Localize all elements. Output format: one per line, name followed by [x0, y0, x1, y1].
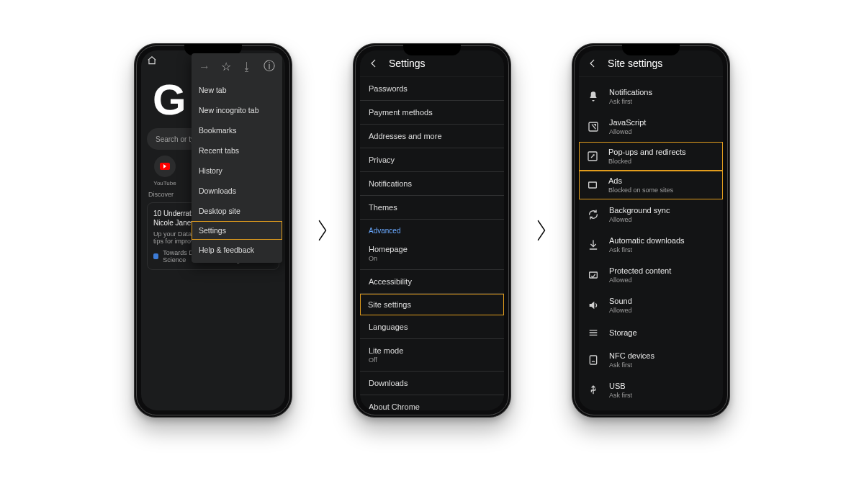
site-settings-list: NotificationsAsk firstJavaScriptAllowedP… [579, 77, 723, 410]
settings-item-themes[interactable]: Themes [360, 196, 504, 220]
settings-item-sub: On [369, 255, 495, 262]
site-setting-sub: Allowed [609, 307, 714, 314]
back-icon[interactable] [369, 58, 379, 68]
settings-item-downloads[interactable]: Downloads [360, 372, 504, 395]
overflow-menu: → ☆ ⭳ ⓘ New tabNew incognito tabBookmark… [192, 53, 282, 263]
site-setting-label: USB [609, 382, 714, 390]
site-setting-label: Pop-ups and redirects [608, 148, 715, 156]
settings-item-privacy[interactable]: Privacy [360, 148, 504, 172]
settings-item-lite-mode[interactable]: Lite modeOff [360, 339, 504, 372]
site-setting-label: JavaScript [609, 118, 714, 127]
settings-item-passwords[interactable]: Passwords [360, 77, 504, 101]
forward-icon[interactable]: → [199, 60, 210, 73]
sync-icon [588, 209, 599, 220]
settings-item-notifications[interactable]: Notifications [360, 172, 504, 196]
nfc-icon [588, 354, 599, 366]
settings-title: Settings [389, 58, 426, 69]
site-setting-sub: Ask first [609, 98, 714, 105]
site-setting-sub: Ask first [609, 392, 714, 399]
download-icon [588, 239, 599, 251]
source-icon [153, 253, 158, 259]
site-settings-title: Site settings [608, 58, 662, 69]
settings-screen: Settings PasswordsPayment methodsAddress… [360, 50, 504, 410]
bell-icon [588, 91, 599, 102]
site-setting-label: Sound [609, 297, 714, 305]
site-setting-sub: Ask first [609, 361, 714, 369]
settings-item-payment-methods[interactable]: Payment methods [360, 101, 504, 125]
menu-item-help-feedback[interactable]: Help & feedback [192, 240, 282, 260]
site-setting-notifications[interactable]: NotificationsAsk first [579, 81, 723, 112]
tile-youtube-label: YouTube [147, 180, 183, 186]
site-setting-sub: Blocked [608, 158, 715, 165]
site-setting-sub: Allowed [609, 216, 714, 223]
phone-notch [622, 44, 680, 55]
phone-frame-1: G Search or type w YouTube Fac Discover [134, 43, 292, 418]
site-setting-sub: Allowed [609, 276, 714, 284]
usb-icon [588, 384, 599, 396]
settings-item-site-settings[interactable]: Site settings [360, 294, 504, 315]
tile-youtube[interactable]: YouTube [147, 156, 183, 186]
menu-item-new-incognito-tab[interactable]: New incognito tab [192, 100, 282, 120]
storage-icon [588, 327, 599, 338]
settings-item-about-chrome[interactable]: About Chrome [360, 395, 504, 410]
settings-item-accessibility[interactable]: Accessibility [360, 270, 504, 294]
protected-icon [588, 269, 599, 281]
menu-item-recent-tabs[interactable]: Recent tabs [192, 140, 282, 161]
settings-list: PasswordsPayment methodsAddresses and mo… [360, 77, 504, 410]
sound-icon [588, 300, 599, 311]
settings-item-addresses-and-more[interactable]: Addresses and more [360, 125, 504, 148]
site-setting-sub: Blocked on some sites [608, 186, 715, 194]
site-setting-pop-ups-and-redirects[interactable]: Pop-ups and redirectsBlocked [579, 142, 723, 171]
site-setting-usb[interactable]: USBAsk first [579, 375, 723, 405]
site-setting-ads[interactable]: AdsBlocked on some sites [579, 171, 723, 199]
site-setting-javascript[interactable]: JavaScriptAllowed [579, 112, 723, 142]
site-setting-automatic-downloads[interactable]: Automatic downloadsAsk first [579, 230, 723, 260]
svg-rect-4 [590, 356, 596, 364]
chrome-newtab-screen: G Search or type w YouTube Fac Discover [141, 50, 285, 410]
back-icon[interactable] [588, 58, 598, 68]
home-icon[interactable] [147, 55, 157, 66]
flow-arrow-1 [308, 202, 337, 259]
site-setting-storage[interactable]: Storage [579, 320, 723, 345]
site-setting-nfc-devices[interactable]: NFC devicesAsk first [579, 345, 723, 375]
js-icon [588, 121, 599, 132]
site-setting-label: Ads [608, 176, 715, 185]
settings-item-homepage[interactable]: HomepageOn [360, 238, 504, 270]
menu-item-desktop-site[interactable]: Desktop site [192, 201, 282, 221]
site-setting-label: Notifications [609, 88, 714, 96]
menu-item-settings[interactable]: Settings [192, 221, 282, 240]
youtube-icon [160, 163, 170, 170]
phone-frame-2: Settings PasswordsPayment methodsAddress… [353, 43, 511, 418]
site-setting-sub: Ask first [609, 246, 714, 253]
popup-icon [587, 150, 598, 162]
menu-item-new-tab[interactable]: New tab [192, 80, 282, 100]
svg-rect-2 [589, 182, 597, 188]
ads-icon [587, 179, 598, 191]
site-setting-label: Protected content [609, 266, 714, 275]
site-setting-sound[interactable]: SoundAllowed [579, 290, 723, 320]
site-setting-label: Storage [609, 328, 714, 337]
site-setting-label: Background sync [609, 206, 714, 215]
site-setting-background-sync[interactable]: Background syncAllowed [579, 199, 723, 230]
menu-item-downloads[interactable]: Downloads [192, 181, 282, 201]
download-icon[interactable]: ⭳ [241, 60, 253, 73]
phone-frame-3: Site settings NotificationsAsk firstJava… [572, 43, 730, 418]
settings-item-sub: Off [369, 356, 495, 364]
site-setting-sub: Allowed [609, 128, 714, 135]
site-setting-label: NFC devices [609, 351, 714, 360]
site-settings-screen: Site settings NotificationsAsk firstJava… [579, 50, 723, 410]
info-icon[interactable]: ⓘ [264, 59, 275, 74]
settings-item-advanced: Advanced [360, 220, 504, 238]
menu-item-bookmarks[interactable]: Bookmarks [192, 120, 282, 140]
menu-item-history[interactable]: History [192, 161, 282, 181]
flow-arrow-2 [527, 202, 556, 259]
site-setting-label: Automatic downloads [609, 236, 714, 245]
site-setting-protected-content[interactable]: Protected contentAllowed [579, 260, 723, 290]
phone-notch [403, 44, 461, 55]
settings-item-languages[interactable]: Languages [360, 315, 504, 339]
star-icon[interactable]: ☆ [221, 60, 231, 73]
